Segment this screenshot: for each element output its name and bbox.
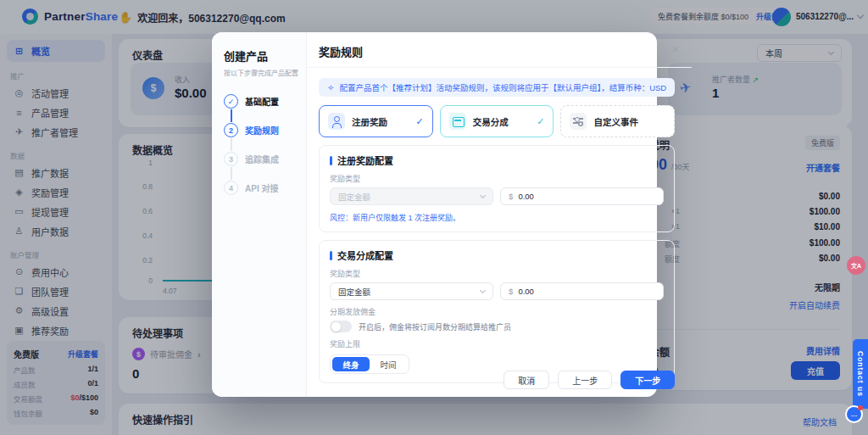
reward-type-options: 注册奖励 ✓ 交易分成 ✓ 自定义事件 — [319, 105, 675, 137]
chevron-down-icon — [480, 287, 486, 293]
chat-bubble-icon[interactable]: … — [845, 405, 863, 423]
transaction-share-section: 交易分成配置 奖励类型 固定金额 $ 0.00 分期发放佣金 开启后，佣金将按订… — [319, 240, 675, 383]
sparkle-icon: ✧ — [327, 83, 334, 92]
chevron-down-icon — [480, 192, 486, 198]
step-reward-rules[interactable]: 2 奖励规则 — [224, 123, 296, 137]
person-icon — [328, 113, 345, 130]
next-step-button[interactable]: 下一步 — [620, 371, 675, 389]
option-register-reward[interactable]: 注册奖励 ✓ — [319, 105, 433, 137]
modal-left-title: 创建产品 — [224, 47, 296, 64]
risk-note: 风控：新用户仅限触发 1 次注册奖励。 — [330, 212, 664, 223]
reward-cap-segment: 终身 时间 — [330, 354, 409, 374]
installment-hint: 开启后，佣金将按订阅月数分期结算给推广员 — [359, 321, 511, 332]
close-icon[interactable]: × — [671, 42, 679, 56]
stepper: ✓ 基础配置 2 奖励规则 3 追踪集成 4 API 对接 — [224, 94, 296, 195]
step-connector — [231, 109, 232, 122]
card-icon — [449, 113, 466, 130]
reward-type-label: 奖励类型 — [330, 268, 664, 279]
step-connector — [231, 167, 232, 180]
sliders-icon — [570, 113, 587, 130]
installment-toggle[interactable] — [330, 321, 352, 332]
register-reward-section: 注册奖励配置 奖励类型 固定金额 $ 0.00 风控：新用户仅限触发 1 次注册… — [319, 145, 675, 232]
step-connector — [231, 138, 232, 151]
reward-type-label: 奖励类型 — [330, 173, 664, 184]
section-accent-bar — [330, 156, 332, 165]
check-icon: ✓ — [416, 116, 424, 127]
modal-left-subtitle: 按以下步骤完成产品配置 — [224, 68, 296, 77]
step-done-check-icon: ✓ — [224, 94, 238, 109]
register-reward-type-select[interactable]: 固定金额 — [330, 187, 493, 205]
check-icon: ✓ — [537, 116, 544, 127]
app-window: PartnerShare ✋ 欢迎回来，506312270@qq.com 免费套… — [0, 0, 868, 435]
option-transaction-share[interactable]: 交易分成 ✓ — [440, 105, 554, 137]
reward-cap-label: 奖励上限 — [330, 338, 664, 349]
step-tracking[interactable]: 3 追踪集成 — [224, 152, 296, 166]
prev-step-button[interactable]: 上一步 — [558, 371, 612, 389]
commission-amount-input[interactable]: $ 0.00 — [500, 282, 664, 300]
create-product-modal: 创建产品 按以下步骤完成产品配置 ✓ 基础配置 2 奖励规则 3 追踪集成 — [212, 32, 657, 397]
translate-button[interactable]: 文A — [847, 256, 865, 275]
modal-footer: 取消 上一步 下一步 — [504, 371, 675, 389]
modal-title: 奖励规则 — [319, 46, 363, 59]
cancel-button[interactable]: 取消 — [504, 371, 549, 389]
cap-lifetime-button[interactable]: 终身 — [332, 357, 370, 371]
cap-time-button[interactable]: 时间 — [370, 357, 407, 371]
info-banner: ✧ 配置产品首个【推荐计划】活动奖励规则，该规则将应用于【默认用户组】，结算币种… — [319, 78, 675, 97]
step-api[interactable]: 4 API 对接 — [224, 181, 296, 195]
installment-label: 分期发放佣金 — [330, 306, 664, 317]
register-amount-input[interactable]: $ 0.00 — [500, 187, 664, 205]
commission-type-select[interactable]: 固定金额 — [330, 282, 493, 300]
modal-content: 奖励规则 × ✧ 配置产品首个【推荐计划】活动奖励规则，该规则将应用于【默认用户… — [307, 32, 692, 397]
option-custom-event[interactable]: 自定义事件 — [560, 105, 675, 137]
step-basic-config[interactable]: ✓ 基础配置 — [224, 94, 296, 109]
modal-stepper-panel: 创建产品 按以下步骤完成产品配置 ✓ 基础配置 2 奖励规则 3 追踪集成 — [212, 32, 307, 397]
contact-us-tab[interactable]: Contact us — [853, 339, 868, 409]
section-accent-bar — [330, 251, 332, 260]
